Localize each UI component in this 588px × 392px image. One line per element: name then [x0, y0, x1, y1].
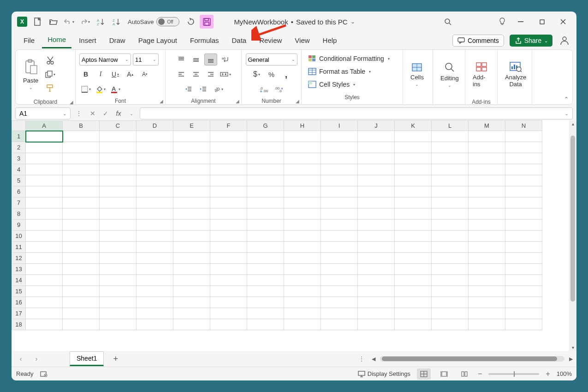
autosave-toggle[interactable]: AutoSave Off	[128, 17, 179, 26]
cell[interactable]	[505, 286, 542, 297]
cell[interactable]	[63, 275, 100, 286]
cell[interactable]	[26, 220, 63, 231]
more-icon[interactable]: ⋮	[73, 108, 84, 119]
cell[interactable]	[247, 286, 284, 297]
cell[interactable]	[210, 208, 247, 220]
cell[interactable]	[321, 231, 358, 242]
cell[interactable]	[395, 319, 432, 330]
zoom-slider[interactable]	[488, 373, 539, 375]
row-header[interactable]: 17	[12, 308, 26, 319]
cells-button[interactable]: Cells⌄	[407, 53, 428, 96]
cell[interactable]	[173, 297, 210, 308]
save-button[interactable]	[200, 15, 214, 29]
worksheet-grid[interactable]: ABCDEFGHIJKLMN12345678910111213141516171…	[12, 120, 576, 351]
zoom-level[interactable]: 100%	[557, 370, 572, 377]
row-header[interactable]: 15	[12, 286, 26, 297]
cell[interactable]	[432, 275, 469, 286]
cell[interactable]	[100, 164, 137, 175]
cell[interactable]	[358, 319, 395, 330]
cell[interactable]	[137, 142, 173, 153]
underline-button[interactable]: U	[109, 68, 122, 80]
cell[interactable]	[321, 319, 358, 330]
cell[interactable]	[100, 220, 137, 231]
fill-color-button[interactable]	[94, 83, 107, 95]
cell[interactable]	[63, 153, 100, 164]
cell[interactable]	[469, 197, 505, 208]
cell[interactable]	[469, 220, 505, 231]
cell[interactable]	[284, 231, 321, 242]
cell[interactable]	[63, 175, 100, 186]
cell[interactable]	[469, 175, 505, 186]
cell[interactable]	[469, 164, 505, 175]
align-middle-icon[interactable]	[190, 53, 202, 65]
cell[interactable]	[100, 319, 137, 330]
orientation-icon[interactable]: ab	[212, 83, 225, 95]
cell[interactable]	[247, 253, 284, 264]
cell[interactable]	[247, 208, 284, 220]
row-header[interactable]: 5	[12, 175, 26, 186]
column-header[interactable]: F	[210, 121, 247, 131]
cell-styles-button[interactable]: Cell Styles	[305, 79, 358, 89]
cell[interactable]	[210, 142, 247, 153]
row-header[interactable]: 13	[12, 264, 26, 275]
cell[interactable]	[469, 208, 505, 220]
tab-review[interactable]: Review	[254, 34, 287, 48]
cell[interactable]	[358, 253, 395, 264]
scroll-up-icon[interactable]: ▴	[572, 121, 574, 126]
cell[interactable]	[284, 197, 321, 208]
cell[interactable]	[100, 297, 137, 308]
cell[interactable]	[469, 297, 505, 308]
cell[interactable]	[26, 264, 63, 275]
zoom-in-icon[interactable]: +	[546, 370, 550, 378]
cell[interactable]	[505, 208, 542, 220]
cell[interactable]	[173, 308, 210, 319]
cell[interactable]	[26, 308, 63, 319]
cell[interactable]	[100, 186, 137, 197]
cell[interactable]	[469, 153, 505, 164]
font-size-select[interactable]: 11⌄	[133, 53, 159, 65]
enter-formula-icon[interactable]: ✓	[100, 108, 111, 119]
display-settings-button[interactable]: Display Settings	[358, 370, 410, 377]
cell[interactable]	[358, 131, 395, 142]
cell[interactable]	[505, 275, 542, 286]
cell[interactable]	[137, 153, 173, 164]
cell[interactable]	[26, 164, 63, 175]
cell[interactable]	[505, 153, 542, 164]
cell[interactable]	[210, 131, 247, 142]
page-break-view-icon[interactable]	[457, 368, 471, 380]
cell[interactable]	[63, 208, 100, 220]
cell[interactable]	[358, 297, 395, 308]
cell[interactable]	[321, 297, 358, 308]
format-painter-icon[interactable]	[44, 82, 57, 94]
cell[interactable]	[210, 253, 247, 264]
cell[interactable]	[505, 197, 542, 208]
dialog-launcher-icon[interactable]: ◢	[236, 99, 239, 104]
cell[interactable]	[173, 220, 210, 231]
cell[interactable]	[26, 186, 63, 197]
cell[interactable]	[100, 153, 137, 164]
cell[interactable]	[26, 319, 63, 330]
dialog-launcher-icon[interactable]: ◢	[70, 100, 73, 105]
cell[interactable]	[432, 319, 469, 330]
cell[interactable]	[395, 220, 432, 231]
cell[interactable]	[100, 242, 137, 253]
scroll-left-icon[interactable]: ◀	[372, 356, 375, 362]
row-header[interactable]: 7	[12, 197, 26, 208]
cell[interactable]	[173, 319, 210, 330]
row-header[interactable]: 10	[12, 231, 26, 242]
cell[interactable]	[321, 220, 358, 231]
column-header[interactable]: L	[432, 121, 469, 131]
row-header[interactable]: 9	[12, 220, 26, 231]
cell[interactable]	[432, 286, 469, 297]
cell[interactable]	[247, 197, 284, 208]
cell[interactable]	[173, 142, 210, 153]
cell[interactable]	[284, 164, 321, 175]
cell[interactable]	[432, 142, 469, 153]
cell[interactable]	[247, 175, 284, 186]
cell[interactable]	[358, 186, 395, 197]
cell[interactable]	[63, 186, 100, 197]
cell[interactable]	[63, 164, 100, 175]
analyze-data-button[interactable]: AnalyzeData	[501, 53, 530, 96]
cell[interactable]	[505, 175, 542, 186]
cell[interactable]	[469, 264, 505, 275]
